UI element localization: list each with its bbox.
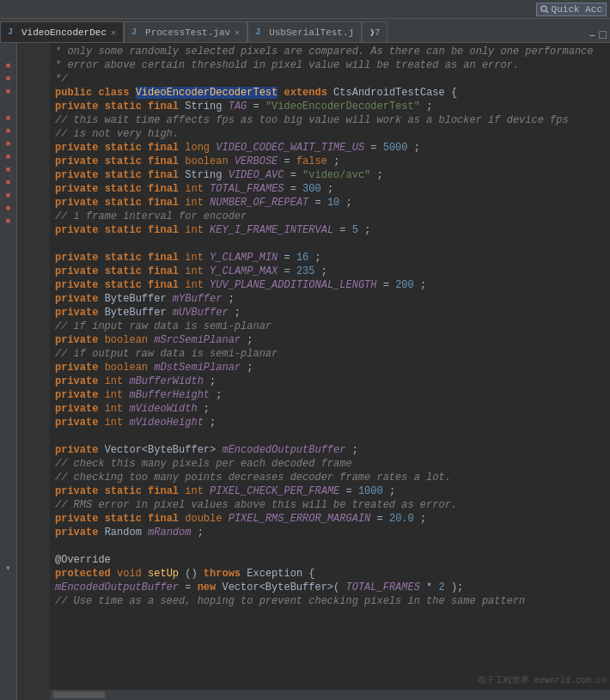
line-num	[17, 484, 45, 498]
code-line: // checking too many points decreases de…	[55, 471, 610, 484]
code-line: // this wait time affects fps as too big…	[55, 113, 610, 127]
line-num	[17, 677, 45, 691]
code-line: mEncodedOutputBuffer = new Vector<ByteBu…	[55, 581, 610, 594]
line-num	[17, 567, 45, 581]
tab-close-1[interactable]: ✕	[111, 27, 116, 38]
line-num	[17, 127, 45, 141]
line-num	[17, 210, 45, 223]
line-num	[17, 649, 45, 663]
line-num	[17, 416, 45, 429]
code-line: // Use time as a seed, hoping to prevent…	[55, 594, 610, 608]
code-line: private Vector<ByteBuffer> mEncodedOutpu…	[55, 443, 610, 457]
horizontal-scrollbar[interactable]	[50, 690, 610, 700]
search-icon	[540, 5, 549, 14]
gutter-icon-2: ■	[3, 73, 15, 85]
code-line: private boolean mSrcSemiPlanar ;	[55, 333, 610, 347]
code-content[interactable]: * only some randomly selected pixels are…	[50, 43, 610, 700]
code-line: private ByteBuffer mUVBuffer ;	[55, 306, 610, 320]
code-line: private static final int Y_CLAMP_MIN = 1…	[55, 251, 610, 265]
code-line: // if input raw data is semi-planar	[55, 320, 610, 333]
java-file-icon-2: J	[131, 27, 142, 38]
line-num	[17, 498, 45, 512]
gutter-icon-9: ■	[3, 177, 15, 189]
maximize-button[interactable]: □	[600, 28, 607, 42]
line-num	[17, 237, 45, 251]
line-num	[17, 388, 45, 402]
code-line: private static final String VIDEO_AVC = …	[55, 168, 610, 182]
line-num	[17, 265, 45, 278]
code-line-annotation: @Override	[55, 553, 610, 567]
watermark: 电子工程世界 eeworld.com.cn	[474, 673, 610, 688]
line-num	[17, 155, 45, 168]
tab-more-label: ❱7	[369, 27, 380, 38]
gutter-icon-12: ■	[3, 216, 15, 228]
minimize-button[interactable]: –	[589, 28, 595, 42]
line-num	[17, 320, 45, 333]
top-bar: Quick Acc	[0, 0, 610, 19]
gutter-icon-6: ■	[3, 138, 15, 150]
line-num	[17, 72, 45, 86]
svg-point-0	[541, 6, 546, 11]
line-num	[17, 374, 45, 388]
tab-more[interactable]: ❱7	[362, 21, 387, 42]
line-num	[17, 223, 45, 237]
line-num	[17, 636, 45, 649]
code-line: private static final int TOTAL_FRAMES = …	[55, 182, 610, 196]
line-num	[17, 251, 45, 265]
code-line: private static final int KEY_I_FRAME_INT…	[55, 223, 610, 237]
search-label: Quick Acc	[552, 4, 602, 15]
code-line: // is not very high.	[55, 127, 610, 141]
code-line-blank	[55, 237, 610, 251]
line-num	[17, 553, 45, 567]
tab-usb-serial[interactable]: J UsbSerialTest.j	[247, 21, 362, 42]
line-num	[17, 622, 45, 636]
code-line: private int mVideoHeight ;	[55, 416, 610, 429]
line-num	[17, 333, 45, 347]
java-file-icon-3: J	[255, 27, 265, 38]
code-line-blank	[55, 539, 610, 553]
line-num	[17, 663, 45, 677]
tab-video-encoder[interactable]: J VideoEncoderDec ✕	[0, 21, 124, 42]
line-num	[17, 141, 45, 155]
line-num	[17, 182, 45, 196]
line-num	[17, 429, 45, 443]
code-line: // if output raw data is semi-planar	[55, 347, 610, 361]
java-file-icon: J	[8, 27, 18, 38]
line-num	[17, 581, 45, 594]
search-box[interactable]: Quick Acc	[536, 3, 607, 16]
code-line: private static final int Y_CLAMP_MAX = 2…	[55, 265, 610, 278]
gutter-icon-1: ■	[3, 60, 15, 72]
line-num	[17, 539, 45, 553]
editor-area: ■ ■ ■ ■ ■ ■ ■ ■ ■ ■ ■ ■	[0, 43, 610, 700]
line-num	[17, 86, 45, 100]
gutter-icon-8: ■	[3, 164, 15, 176]
code-line: private int mBufferWidth ;	[55, 374, 610, 388]
tab-label-1: VideoEncoderDec	[21, 27, 107, 38]
gutter-icon-4: ■	[3, 113, 15, 125]
line-num	[17, 292, 45, 306]
tab-label-3: UsbSerialTest.j	[269, 27, 354, 38]
line-num	[17, 196, 45, 210]
line-num	[17, 100, 45, 113]
gutter-icon-5: ■	[3, 125, 15, 137]
fold-icon[interactable]: ▼	[3, 562, 15, 574]
code-line: private static final int PIXEL_CHECK_PER…	[55, 484, 610, 498]
line-num	[17, 457, 45, 471]
code-line: private int mVideoWidth ;	[55, 402, 610, 416]
line-num	[17, 45, 45, 58]
gutter-icon-7: ■	[3, 151, 15, 163]
scrollbar-thumb[interactable]	[53, 691, 105, 698]
gutter-icon-10: ■	[3, 190, 15, 202]
code-line: * only some randomly selected pixels are…	[55, 45, 610, 58]
line-num	[17, 168, 45, 182]
code-line: private static final int YUV_PLANE_ADDIT…	[55, 278, 610, 292]
line-num	[17, 443, 45, 457]
code-line: */	[55, 72, 610, 86]
code-line-method: protected void setUp () throws Exception…	[55, 567, 610, 581]
line-num	[17, 306, 45, 320]
code-line: // check this many pixels per each decod…	[55, 457, 610, 471]
code-line: private static final long VIDEO_CODEC_WA…	[55, 141, 610, 155]
tab-close-2[interactable]: ✕	[235, 27, 240, 38]
tab-process-test[interactable]: J ProcessTest.jav ✕	[124, 21, 247, 42]
gutter-icon-3: ■	[3, 86, 15, 98]
